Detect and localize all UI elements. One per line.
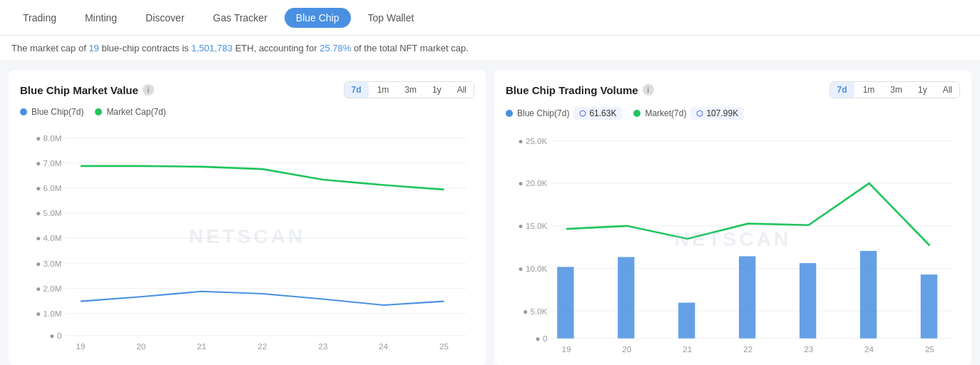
info-suffix: of the total NFT market cap. (351, 43, 469, 53)
svg-text:● 4.0M: ● 4.0M (36, 233, 61, 242)
info-eth-suffix: ETH, accounting for (233, 43, 320, 53)
svg-text:● 1.0M: ● 1.0M (36, 309, 61, 318)
blue-chip-value-box: ⬡ 61.63K (573, 107, 622, 120)
svg-text:23: 23 (318, 341, 327, 351)
green-line-mv (81, 166, 444, 190)
market-value-header: Blue Chip Market Value i 7d 1m 3m 1y All (20, 81, 474, 98)
bar-20 (618, 257, 634, 339)
svg-text:22: 22 (257, 341, 267, 351)
nav-item-top-wallet[interactable]: Top Wallet (357, 8, 426, 28)
bar-25 (921, 274, 937, 339)
svg-text:19: 19 (76, 341, 85, 351)
legend-dot-green (95, 108, 102, 115)
svg-text:● 5.0K: ● 5.0K (523, 307, 547, 316)
svg-text:22: 22 (743, 344, 752, 354)
time-btn-1y-mv[interactable]: 1y (425, 82, 449, 98)
legend-dot-green-tv (633, 110, 640, 117)
time-btn-1m-tv[interactable]: 1m (856, 82, 882, 98)
info-bar: The market cap of 19 blue-chip contracts… (0, 36, 980, 61)
legend-market-tv: Market(7d) ⬡ 107.99K (633, 107, 744, 120)
time-btn-3m-mv[interactable]: 3m (397, 82, 424, 98)
bar-24 (860, 251, 877, 339)
trading-volume-header: Blue Chip Trading Volume i 7d 1m 3m 1y A… (506, 81, 960, 98)
svg-text:● 10.0K: ● 10.0K (519, 264, 548, 273)
info-count: 19 (88, 43, 98, 53)
charts-row: Blue Chip Market Value i 7d 1m 3m 1y All… (0, 61, 980, 365)
time-btn-7d-tv[interactable]: 7d (830, 82, 854, 98)
svg-text:● 0: ● 0 (536, 334, 548, 343)
svg-text:20: 20 (136, 341, 146, 351)
info-prefix: The market cap of (11, 43, 88, 53)
bar-22 (739, 256, 755, 338)
bar-21 (678, 303, 695, 339)
svg-text:● 0: ● 0 (50, 331, 62, 340)
time-btn-all-mv[interactable]: All (450, 82, 474, 98)
nav-item-trading[interactable]: Trading (11, 8, 68, 28)
market-value-time-filters: 7d 1m 3m 1y All (344, 81, 474, 98)
bar-19 (557, 267, 573, 338)
svg-text:25: 25 (439, 341, 449, 351)
trading-volume-svg: ● 25.0K ● 20.0K ● 15.0K ● 10.0K ● 5.0K ●… (506, 125, 960, 354)
trading-volume-info-icon[interactable]: i (643, 84, 654, 96)
time-btn-1m-mv[interactable]: 1m (370, 82, 397, 98)
svg-text:25: 25 (925, 344, 934, 354)
svg-text:● 7.0M: ● 7.0M (36, 158, 61, 168)
time-btn-all-tv[interactable]: All (936, 82, 959, 98)
legend-dot-blue-tv (506, 110, 513, 117)
svg-text:19: 19 (561, 344, 571, 354)
svg-text:● 15.0K: ● 15.0K (519, 221, 548, 230)
bar-23 (800, 263, 816, 339)
market-value-info-icon[interactable]: i (143, 84, 154, 96)
market-value-chart-area: NETSCAN ● 8.0M ● 7.0M ● 6.0M ● 5.0M ● 4.… (20, 123, 474, 351)
nav-item-blue-chip[interactable]: Blue Chip (285, 8, 351, 28)
trading-volume-title: Blue Chip Trading Volume i (506, 84, 654, 96)
svg-text:● 8.0M: ● 8.0M (36, 133, 61, 143)
svg-text:23: 23 (804, 344, 813, 354)
legend-market-cap-mv: Market Cap(7d) (95, 107, 165, 117)
trading-volume-legend: Blue Chip(7d) ⬡ 61.63K Market(7d) ⬡ 107.… (506, 107, 960, 120)
nav-item-discover[interactable]: Discover (134, 8, 195, 28)
green-line-tv (566, 183, 930, 245)
market-value-card: Blue Chip Market Value i 7d 1m 3m 1y All… (9, 70, 486, 365)
svg-text:21: 21 (197, 341, 206, 351)
legend-blue-chip-mv: Blue Chip(7d) (20, 107, 83, 117)
market-value-title: Blue Chip Market Value i (20, 84, 154, 96)
time-btn-1y-tv[interactable]: 1y (911, 82, 934, 98)
info-eth-value: 1,501,783 (191, 43, 233, 53)
market-value-box: ⬡ 107.99K (690, 107, 744, 120)
svg-text:● 3.0M: ● 3.0M (36, 259, 61, 268)
legend-dot-blue (20, 108, 27, 115)
nav-bar: Trading Minting Discover Gas Tracker Blu… (0, 0, 980, 36)
legend-blue-chip-tv: Blue Chip(7d) ⬡ 61.63K (506, 107, 622, 120)
market-value-legend: Blue Chip(7d) Market Cap(7d) (20, 107, 474, 117)
svg-text:● 25.0K: ● 25.0K (519, 136, 548, 145)
svg-text:24: 24 (379, 341, 388, 351)
trading-volume-chart-area: NETSCAN ● 25.0K ● 20.0K ● 15.0K ● 10.0K … (506, 125, 960, 354)
info-pct: 25.78% (320, 43, 351, 53)
svg-text:24: 24 (864, 344, 874, 354)
time-btn-7d-mv[interactable]: 7d (344, 82, 369, 98)
svg-text:● 6.0M: ● 6.0M (36, 183, 61, 192)
blue-line-mv (81, 292, 444, 305)
svg-text:20: 20 (622, 344, 631, 354)
trading-volume-card: Blue Chip Trading Volume i 7d 1m 3m 1y A… (494, 70, 971, 365)
nav-item-minting[interactable]: Minting (73, 8, 128, 28)
trading-volume-time-filters: 7d 1m 3m 1y All (830, 81, 960, 98)
market-value-svg: ● 8.0M ● 7.0M ● 6.0M ● 5.0M ● 4.0M ● 3.0… (20, 123, 474, 351)
nav-item-gas-tracker[interactable]: Gas Tracker (202, 8, 279, 28)
svg-text:● 5.0M: ● 5.0M (36, 208, 61, 217)
time-btn-3m-tv[interactable]: 3m (883, 82, 909, 98)
info-middle: blue-chip contracts is (99, 43, 191, 53)
svg-text:● 2.0M: ● 2.0M (36, 284, 61, 293)
svg-text:● 20.0K: ● 20.0K (519, 178, 548, 187)
svg-text:21: 21 (683, 344, 692, 354)
